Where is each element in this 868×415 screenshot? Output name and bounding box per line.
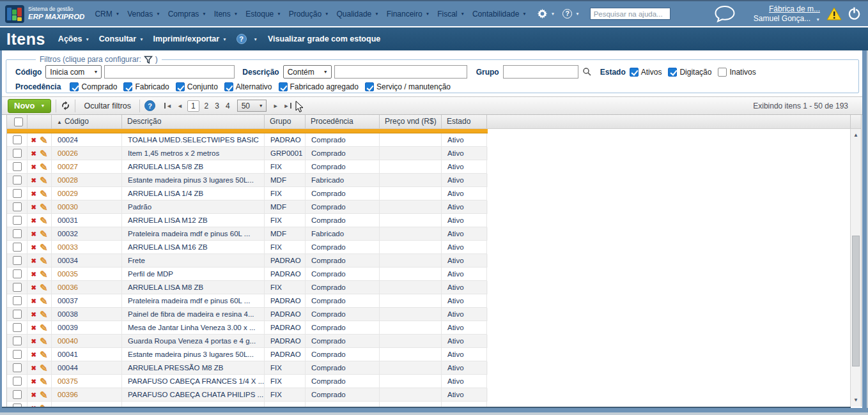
delete-icon[interactable]: ✖ — [31, 298, 36, 305]
page-button-2[interactable]: 2 — [205, 102, 209, 110]
checkbox[interactable] — [630, 68, 639, 77]
edit-icon[interactable]: ✎ — [40, 296, 48, 306]
grupo-filter-input[interactable] — [503, 65, 578, 79]
first-page-button[interactable]: ◄ — [162, 103, 174, 109]
last-page-button[interactable]: ► — [281, 103, 294, 109]
delete-icon[interactable]: ✖ — [31, 311, 36, 318]
delete-icon[interactable]: ✖ — [31, 137, 36, 144]
codigo-operator-select[interactable]: Inicia com▼ — [45, 65, 102, 79]
warning-icon[interactable] — [826, 7, 842, 20]
row-checkbox[interactable] — [13, 323, 22, 332]
delete-icon[interactable]: ✖ — [31, 150, 36, 157]
page-button-3[interactable]: 3 — [215, 102, 219, 110]
delete-icon[interactable]: ✖ — [31, 338, 36, 345]
search-icon[interactable] — [582, 67, 592, 77]
module-menu-consultar[interactable]: Consultar▼ — [99, 34, 144, 43]
menu-qualidade[interactable]: Qualidade▼ — [333, 1, 383, 26]
help-search-input[interactable] — [590, 8, 670, 20]
settings-menu[interactable]: ▼ — [533, 1, 559, 26]
descricao-filter-input[interactable] — [334, 65, 467, 79]
chat-icon[interactable] — [713, 4, 737, 24]
procedencia-option-serviço-manutenção[interactable]: Serviço / manutenção — [365, 82, 451, 91]
row-checkbox[interactable] — [13, 310, 22, 319]
page-button-4[interactable]: 4 — [226, 102, 230, 110]
procedencia-option-fabricado[interactable]: Fabricado — [123, 82, 169, 91]
scroll-up-button[interactable]: ▲ — [851, 130, 861, 140]
delete-icon[interactable]: ✖ — [31, 163, 36, 170]
module-menu-imprimir-exportar[interactable]: Imprimir/exportar▼ — [153, 34, 227, 43]
row-checkbox[interactable] — [13, 363, 22, 372]
edit-icon[interactable]: ✎ — [40, 256, 48, 266]
edit-icon[interactable]: ✎ — [40, 336, 48, 346]
user-menu[interactable]: Samuel Gonça... ▼ — [754, 14, 820, 24]
menu-vendas[interactable]: Vendas▼ — [123, 1, 164, 26]
select-all-checkbox[interactable] — [14, 117, 23, 126]
delete-icon[interactable]: ✖ — [31, 271, 36, 278]
row-checkbox[interactable] — [13, 149, 22, 158]
grid-help-icon[interactable]: ? — [144, 100, 155, 111]
edit-icon[interactable]: ✎ — [40, 269, 48, 279]
estado-option-digitação[interactable]: Digitação — [668, 68, 711, 77]
row-checkbox[interactable] — [13, 283, 22, 292]
estado-option-ativos[interactable]: Ativos — [630, 68, 662, 77]
edit-icon[interactable]: ✎ — [40, 323, 48, 333]
descricao-operator-select[interactable]: Contém▼ — [283, 65, 332, 79]
scrollbar-thumb[interactable] — [852, 236, 860, 366]
checkbox[interactable] — [365, 82, 374, 91]
edit-icon[interactable]: ✎ — [40, 243, 48, 252]
row-checkbox[interactable] — [13, 216, 22, 225]
column-header-codigo[interactable]: ▲Código — [52, 115, 122, 128]
row-checkbox[interactable] — [13, 336, 22, 345]
delete-icon[interactable]: ✖ — [31, 257, 36, 264]
row-checkbox[interactable] — [13, 296, 22, 305]
row-checkbox[interactable] — [13, 202, 22, 211]
menu-fiscal[interactable]: Fiscal▼ — [433, 1, 469, 26]
menu-estoque[interactable]: Estoque▼ — [242, 1, 284, 26]
edit-icon[interactable]: ✎ — [40, 363, 48, 373]
power-icon[interactable] — [847, 6, 862, 21]
edit-icon[interactable]: ✎ — [40, 189, 48, 199]
checkbox[interactable] — [123, 82, 132, 91]
procedencia-option-comprado[interactable]: Comprado — [70, 82, 117, 91]
delete-icon[interactable]: ✖ — [31, 190, 36, 197]
delete-icon[interactable]: ✖ — [31, 351, 36, 358]
help-menu[interactable]: ? ▼ — [559, 1, 583, 26]
menu-financeiro[interactable]: Financeiro▼ — [383, 1, 433, 26]
edit-icon[interactable]: ✎ — [40, 377, 48, 386]
vertical-scrollbar[interactable]: ▲ ▼ — [850, 129, 861, 407]
refresh-icon[interactable] — [61, 101, 70, 110]
delete-icon[interactable]: ✖ — [31, 391, 36, 398]
menu-crm[interactable]: CRM▼ — [91, 1, 123, 26]
column-header-descricao[interactable]: Descrição — [122, 115, 265, 128]
delete-icon[interactable]: ✖ — [31, 365, 36, 372]
row-checkbox[interactable] — [13, 135, 22, 144]
checkbox[interactable] — [668, 68, 677, 77]
next-page-button[interactable]: ► — [270, 103, 281, 109]
row-checkbox[interactable] — [13, 189, 22, 198]
module-menu-a-es[interactable]: Ações▼ — [58, 34, 89, 43]
column-header-procedencia[interactable]: Procedência — [306, 115, 380, 128]
edit-icon[interactable]: ✎ — [40, 283, 48, 292]
checkbox[interactable] — [176, 82, 185, 91]
delete-icon[interactable]: ✖ — [31, 217, 36, 224]
delete-icon[interactable]: ✖ — [31, 244, 36, 251]
delete-icon[interactable]: ✖ — [31, 177, 36, 184]
edit-icon[interactable]: ✎ — [40, 202, 48, 212]
edit-icon[interactable]: ✎ — [40, 229, 48, 239]
edit-icon[interactable]: ✎ — [40, 149, 48, 158]
edit-icon[interactable]: ✎ — [40, 176, 48, 185]
filters-legend[interactable]: Filtros (clique para configurar: ) — [36, 55, 162, 64]
menu-itens[interactable]: Itens▼ — [210, 1, 242, 26]
hide-filters-button[interactable]: Ocultar filtros — [80, 102, 135, 110]
row-checkbox[interactable] — [13, 390, 22, 399]
edit-icon[interactable]: ✎ — [40, 216, 48, 225]
row-checkbox[interactable] — [13, 256, 22, 265]
column-header-grupo[interactable]: Grupo — [265, 115, 306, 128]
page-button-1[interactable]: 1 — [187, 100, 199, 112]
delete-icon[interactable]: ✖ — [31, 378, 36, 385]
menu-produção[interactable]: Produção▼ — [285, 1, 333, 26]
edit-icon[interactable]: ✎ — [40, 350, 48, 359]
company-link[interactable]: Fábrica de m... — [754, 4, 820, 14]
row-checkbox[interactable] — [13, 229, 22, 238]
checkbox[interactable] — [279, 82, 288, 91]
